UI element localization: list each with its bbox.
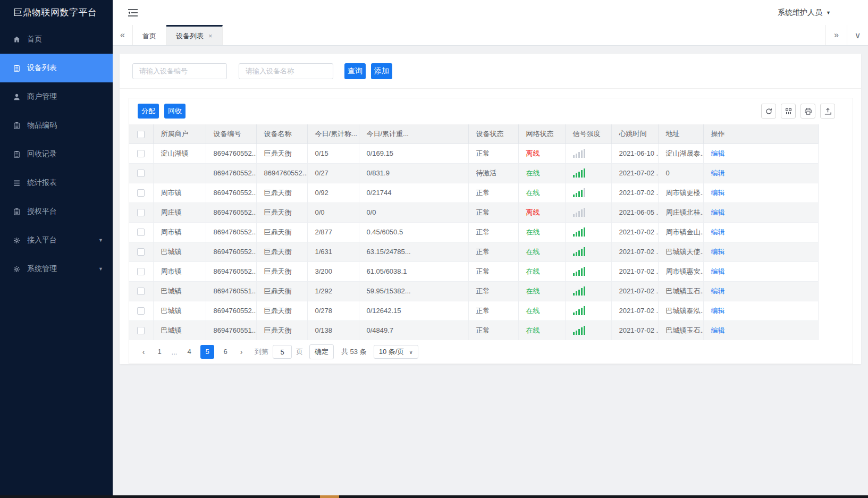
sidebar-nav: 首页设备列表商户管理物品编码回收记录统计报表授权平台接入平台▼系统管理▼ [0,25,113,283]
select-all-cell [129,124,153,144]
cell-merchant: 周庄镇 [153,202,206,222]
print-button[interactable] [800,104,815,119]
cell-signal [565,202,611,222]
tab-device-list[interactable]: 设备列表× [166,25,223,45]
sidebar-item-access-platform[interactable]: 接入平台▼ [0,226,113,255]
row-checkbox[interactable] [137,150,145,157]
sidebar-item-auth-platform[interactable]: 授权平台 [0,197,113,226]
page-number-6[interactable]: 6 [218,345,232,359]
columns-icon [785,107,793,115]
sidebar-item-system-mgmt[interactable]: 系统管理▼ [0,255,113,283]
row-checkbox[interactable] [137,268,145,275]
sidebar-item-merchant-mgmt[interactable]: 商户管理 [0,82,113,111]
add-button[interactable]: 添加 [371,63,392,79]
user-menu[interactable]: 系统维护人员 ▼ [778,8,831,18]
next-page-icon[interactable]: › [234,348,248,356]
device-name-input[interactable] [239,63,333,79]
goto-page-input[interactable] [273,345,292,359]
prev-page-icon[interactable]: ‹ [137,348,150,356]
refresh-button[interactable] [761,104,776,119]
cell-network-status: 在线 [518,183,565,202]
edit-link[interactable]: 编辑 [711,208,725,216]
cell-address: 巴城镇玉石... [658,281,703,301]
cell-network-status: 在线 [518,320,565,340]
sidebar-item-home[interactable]: 首页 [0,25,113,54]
row-checkbox[interactable] [137,209,145,216]
cell-actions: 编辑 [703,281,818,301]
confirm-button[interactable]: 确定 [309,344,334,359]
close-icon[interactable]: × [208,32,213,40]
table-tools [761,104,835,119]
cell-network-status: 在线 [518,281,565,301]
page-number-1[interactable]: 1 [153,345,166,359]
gear-icon [13,265,22,273]
columns-button[interactable] [781,104,796,119]
search-row: 查询 添加 [120,54,861,89]
row-checkbox[interactable] [137,288,145,295]
signal-bars-icon [573,306,585,315]
row-checkbox[interactable] [137,189,145,197]
column-header: 操作 [703,124,818,144]
sidebar-item-device-list[interactable]: 设备列表 [0,54,113,82]
user-name: 系统维护人员 [778,8,822,18]
cell-heartbeat: 2021-07-02 ... [611,301,658,320]
assign-button[interactable]: 分配 [138,104,159,119]
row-checkbox[interactable] [137,327,145,334]
cell-today-weight: 0/169.15 [359,144,468,163]
cell-merchant: 巴城镇 [153,242,206,261]
page-number-4[interactable]: 4 [182,345,196,359]
cell-today-count: 0/27 [307,163,359,183]
table-row: 巴城镇8694760552...巨鼎天衡0/2780/12642.15正常在线2… [129,301,818,320]
edit-link[interactable]: 编辑 [711,287,725,295]
cell-network-status: 在线 [518,301,565,320]
page-ellipsis: ... [170,348,179,356]
cell-today-count: 0/278 [307,301,359,320]
cell-device-no: 8694760552... [206,222,256,242]
device-no-input[interactable] [132,63,227,79]
edit-link[interactable]: 编辑 [711,307,725,315]
sidebar-item-label: 设备列表 [27,63,57,73]
edit-link[interactable]: 编辑 [711,248,725,256]
cell-device-status: 正常 [468,301,518,320]
tabs-menu-icon[interactable]: ∨ [847,25,868,45]
sidebar-toggle-icon[interactable] [128,9,138,17]
row-select-cell [129,222,153,242]
sidebar-item-label: 系统管理 [27,264,57,274]
edit-link[interactable]: 编辑 [711,267,725,275]
page-number-5[interactable]: 5 [200,345,214,359]
row-checkbox[interactable] [137,170,145,177]
topbar: 系统维护人员 ▼ [113,0,868,25]
page-size-select[interactable]: 10 条/页 ∨ [374,345,418,359]
tabs-scroll-right-icon[interactable]: » [825,25,847,45]
cell-device-status: 正常 [468,222,518,242]
tabs-scroll-left-icon[interactable]: « [113,25,133,45]
row-select-cell [129,202,153,222]
edit-link[interactable]: 编辑 [711,228,725,236]
cell-actions: 编辑 [703,261,818,281]
edit-link[interactable]: 编辑 [711,326,725,334]
select-all-checkbox[interactable] [137,131,145,138]
cell-merchant: 巴城镇 [153,301,206,320]
table-row: 周市镇8694760552...巨鼎天衡3/20061.05/6038.1正常在… [129,261,818,281]
sidebar-item-item-code[interactable]: 物品编码 [0,111,113,140]
edit-link[interactable]: 编辑 [711,189,725,197]
row-checkbox[interactable] [137,229,145,236]
cell-today-weight: 61.05/6038.1 [359,261,468,281]
row-checkbox[interactable] [137,248,145,256]
tab-home[interactable]: 首页 [133,25,166,45]
sidebar-item-recycle-records[interactable]: 回收记录 [0,140,113,168]
edit-link[interactable]: 编辑 [711,149,725,157]
row-select-cell [129,163,153,183]
export-button[interactable] [820,104,835,119]
recycle-button[interactable]: 回收 [164,104,186,119]
table-header-row: 所属商户设备编号设备名称今日/累计称...今日/累计重...设备状态网络状态信号… [129,124,818,144]
cell-merchant: 巴城镇 [153,320,206,340]
cell-signal [565,261,611,281]
sidebar-item-stats-report[interactable]: 统计报表 [0,168,113,197]
edit-link[interactable]: 编辑 [711,169,725,177]
row-checkbox[interactable] [137,307,145,315]
cell-address: 周市镇金山... [658,222,703,242]
query-button[interactable]: 查询 [344,63,366,79]
cell-device-no: 8694760551... [206,320,256,340]
cell-heartbeat: 2021-07-02 ... [611,163,658,183]
